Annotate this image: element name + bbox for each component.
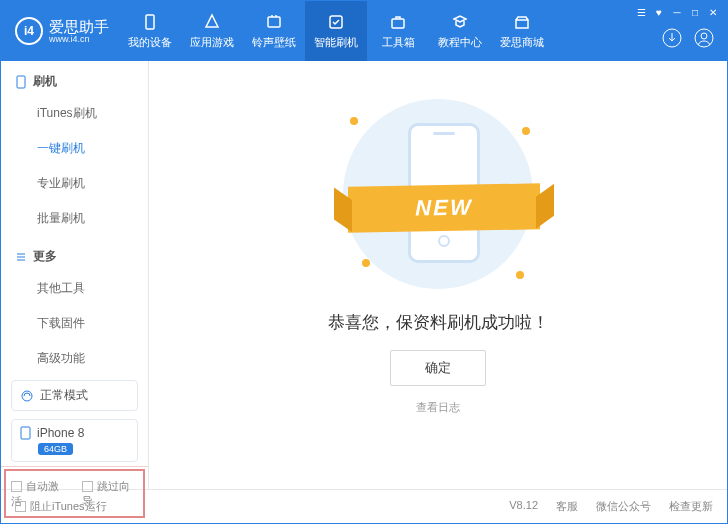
tab-flash[interactable]: 智能刷机	[305, 1, 367, 61]
svg-rect-0	[146, 15, 154, 29]
sidebar-item-batch-flash[interactable]: 批量刷机	[1, 201, 148, 236]
version-label: V8.12	[509, 499, 538, 514]
sidebar-group-flash: 刷机	[1, 61, 148, 96]
download-icon[interactable]	[661, 27, 683, 49]
brand-sub: www.i4.cn	[49, 34, 109, 44]
svg-point-7	[701, 33, 707, 39]
success-message: 恭喜您，保资料刷机成功啦！	[328, 311, 549, 334]
svg-rect-3	[392, 19, 404, 28]
stop-itunes-checkbox[interactable]: 阻止iTunes运行	[15, 499, 107, 514]
wechat-link[interactable]: 微信公众号	[596, 499, 651, 514]
tab-toolbox[interactable]: 工具箱	[367, 1, 429, 61]
ok-button[interactable]: 确定	[390, 350, 486, 386]
menu-icon[interactable]: ☰	[633, 5, 649, 19]
device-mode[interactable]: 正常模式	[11, 380, 138, 411]
device-name: iPhone 8	[37, 426, 84, 440]
svg-rect-4	[516, 20, 528, 28]
sidebar-item-oneclick-flash[interactable]: 一键刷机	[1, 131, 148, 166]
support-link[interactable]: 客服	[556, 499, 578, 514]
user-icon[interactable]	[693, 27, 715, 49]
device-info[interactable]: iPhone 864GB	[11, 419, 138, 462]
tab-tutorials[interactable]: 教程中心	[429, 1, 491, 61]
logo-icon: i4	[15, 17, 43, 45]
brand-logo: i4 爱思助手 www.i4.cn	[1, 17, 119, 45]
view-log-link[interactable]: 查看日志	[416, 400, 460, 415]
sidebar-item-other-tools[interactable]: 其他工具	[1, 271, 148, 306]
sidebar-item-download-firmware[interactable]: 下载固件	[1, 306, 148, 341]
tab-apps-games[interactable]: 应用游戏	[181, 1, 243, 61]
tab-store[interactable]: 爱思商城	[491, 1, 553, 61]
tshirt-icon[interactable]: ♥	[651, 5, 667, 19]
success-illustration: NEW	[328, 99, 548, 289]
svg-rect-10	[21, 427, 30, 439]
sidebar-group-more: 更多	[1, 236, 148, 271]
close-icon[interactable]: ✕	[705, 5, 721, 19]
sidebar: 刷机 iTunes刷机 一键刷机 专业刷机 批量刷机 更多 其他工具 下载固件 …	[1, 61, 149, 489]
svg-rect-1	[268, 17, 280, 27]
maximize-icon[interactable]: □	[687, 5, 703, 19]
storage-badge: 64GB	[38, 443, 73, 455]
minimize-icon[interactable]: ─	[669, 5, 685, 19]
svg-point-6	[695, 29, 713, 47]
brand-name: 爱思助手	[49, 19, 109, 34]
tab-ringtones[interactable]: 铃声壁纸	[243, 1, 305, 61]
tab-my-device[interactable]: 我的设备	[119, 1, 181, 61]
title-bar: i4 爱思助手 www.i4.cn 我的设备 应用游戏 铃声壁纸 智能刷机 工具…	[1, 1, 727, 61]
svg-rect-8	[17, 76, 25, 88]
sidebar-item-advanced[interactable]: 高级功能	[1, 341, 148, 376]
new-ribbon: NEW	[348, 183, 540, 232]
check-update-link[interactable]: 检查更新	[669, 499, 713, 514]
sidebar-item-pro-flash[interactable]: 专业刷机	[1, 166, 148, 201]
main-content: NEW 恭喜您，保资料刷机成功啦！ 确定 查看日志	[149, 61, 727, 489]
sidebar-item-itunes-flash[interactable]: iTunes刷机	[1, 96, 148, 131]
